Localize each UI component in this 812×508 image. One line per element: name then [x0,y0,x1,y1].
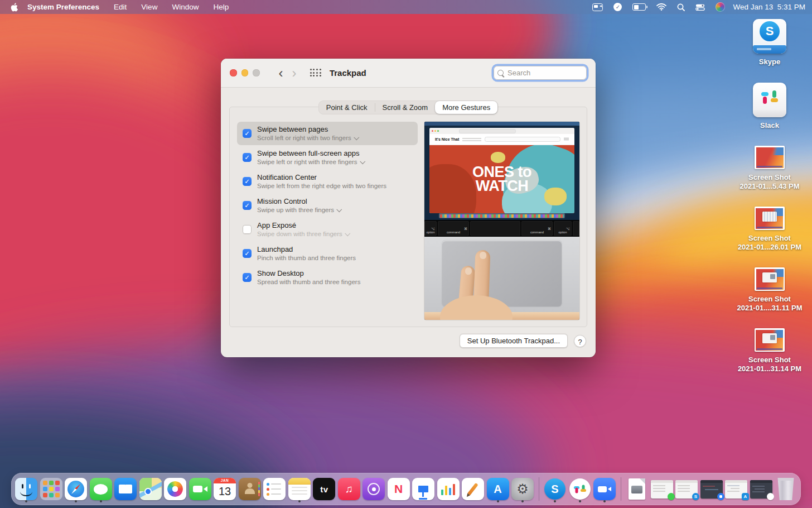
window-footer: Set Up Bluetooth Trackpad... ? [460,334,586,348]
desktop-icon-label: Skype [759,57,780,66]
wifi-icon[interactable] [656,3,666,11]
dock-icon-maps[interactable] [139,476,162,502]
minimize-button[interactable] [241,69,249,76]
gesture-title: Swipe between pages [257,124,358,134]
desktop-icon-screenshot-4[interactable]: Screen Shot2021-01...31.14 PM [738,328,801,373]
spotlight-icon[interactable] [677,3,685,11]
dock-icon-apple-tv[interactable]: tv [313,476,335,502]
checkbox-swipe-between-pages[interactable] [243,129,252,138]
document-icon [629,478,645,500]
desktop-icon-screenshot-2[interactable]: Screen Shot2021-01...26.01 PM [738,207,801,251]
dock-icon-messages[interactable] [90,476,112,502]
search-field[interactable] [494,66,587,80]
gesture-option-dropdown[interactable]: Swipe up with three fingers [257,206,341,214]
slack-badge-icon [767,493,774,500]
tab-scroll-and-zoom[interactable]: Scroll & Zoom [375,101,436,114]
dock-icon-system-preferences[interactable]: ⚙ [511,476,534,502]
gesture-option-dropdown[interactable]: Swipe down with three fingers [257,230,349,238]
desktop-icon-skype[interactable]: S Skype [753,19,786,66]
dock-icon-pages[interactable] [462,476,484,502]
menu-app-name[interactable]: System Preferences [27,3,99,11]
chevron-down-icon [360,159,365,164]
apple-menu-icon[interactable] [10,3,18,12]
gesture-description: Pinch with thumb and three fingers [257,254,356,262]
dock-icon-skype[interactable]: S [544,476,566,502]
menu-view[interactable]: View [141,3,157,11]
checkbox-mission-control[interactable] [243,201,252,210]
tab-more-gestures[interactable]: More Gestures [435,101,497,114]
desktop-icon-screenshot-1[interactable]: Screen Shot2021-01...5.43 PM [740,146,800,190]
demo-keyboard-row: ⌥option ⌘command ⌘command ⌥option [424,220,579,237]
gesture-row-mission-control[interactable]: Mission Control Swipe up with three fing… [237,194,418,217]
dock-minimized-messages-window[interactable] [651,476,673,502]
menu-edit[interactable]: Edit [114,3,127,11]
gesture-row-show-desktop[interactable]: Show Desktop Spread with thumb and three… [237,266,418,289]
dock-minimized-disk-image[interactable] [626,476,648,502]
dock-icon-reminders[interactable] [263,476,286,502]
checkbox-show-desktop[interactable] [243,273,252,282]
desktop-icon-label: Screen Shot2021-01....31.11 PM [737,295,802,312]
dock-icon-finder[interactable] [15,476,37,502]
gesture-title: Show Desktop [257,269,360,278]
dock-icon-zoom[interactable] [593,476,616,502]
key-option-left: ⌥option [424,221,437,236]
chevron-down-icon [337,207,342,212]
gesture-row-app-expose[interactable]: App Exposé Swipe down with three fingers [237,218,418,241]
desktop-icon-label: Screen Shot2021-01...5.43 PM [740,173,800,190]
dock-icon-podcasts[interactable] [362,476,385,502]
gesture-row-notification-center[interactable]: Notification Center Swipe left from the … [237,170,418,193]
setup-bluetooth-trackpad-button[interactable]: Set Up Bluetooth Trackpad... [460,334,568,348]
window-titlebar[interactable]: ‹ › Trackpad [221,59,596,88]
dock-divider [539,477,539,501]
dock-icon-safari[interactable] [65,476,87,502]
dock-icon-launchpad[interactable] [40,476,62,502]
dock-minimized-app-store-window[interactable]: A [725,476,747,502]
help-button[interactable]: ? [574,335,586,347]
checkbox-app-expose[interactable] [243,225,252,234]
dock-minimized-safari-window[interactable] [700,476,723,502]
gesture-row-launchpad[interactable]: Launchpad Pinch with thumb and three fin… [237,242,418,265]
desktop-icon-screenshot-3[interactable]: Screen Shot2021-01....31.11 PM [737,267,802,312]
desktop-icon-slack[interactable]: Slack [753,83,786,130]
demo-site-header: It's Nice That [429,134,574,145]
battery-icon[interactable] [632,3,646,11]
search-input[interactable] [506,68,583,78]
menu-window[interactable]: Window [172,3,199,11]
dock-minimized-slack-window[interactable] [750,476,772,502]
dock-icon-app-store[interactable]: A [487,476,509,502]
gesture-option-dropdown[interactable]: Scroll left or right with two fingers [257,134,358,142]
menu-help[interactable]: Help [213,3,229,11]
tab-point-and-click[interactable]: Point & Click [319,101,375,114]
dock-icon-numbers[interactable] [437,476,460,502]
dock-icon-slack[interactable] [569,476,591,502]
user-avatar-icon[interactable] [716,2,725,12]
checkbox-launchpad[interactable] [243,249,252,258]
menu-bar-clock[interactable]: Wed Jan 13 5:31 PM [733,3,805,11]
key-option-right: ⌥option [554,221,572,236]
dock-icon-trash[interactable] [775,476,797,502]
running-indicator [497,500,499,502]
slack-disk-image-icon [753,83,786,117]
gesture-option-dropdown[interactable]: Swipe left or right with three fingers [257,158,364,166]
dock-icon-contacts[interactable] [239,476,261,502]
dock-icon-calendar[interactable]: JAN13 [214,476,236,502]
dock-icon-mail[interactable] [114,476,137,502]
show-all-preferences-icon[interactable] [310,69,322,78]
dock-icon-music[interactable]: ♫ [338,476,360,502]
dock-icon-notes[interactable] [288,476,311,502]
dock-icon-photos[interactable] [164,476,186,502]
control-center-icon[interactable] [695,4,705,11]
dock-icon-news[interactable]: N [388,476,410,502]
gesture-row-swipe-fullscreen-apps[interactable]: Swipe between full-screen apps Swipe lef… [237,146,418,169]
gesture-row-swipe-between-pages[interactable]: Swipe between pages Scroll left or right… [237,122,418,145]
camera-status-icon[interactable] [592,3,603,11]
checkbox-swipe-fullscreen-apps[interactable] [243,153,252,162]
back-button[interactable]: ‹ [274,68,288,79]
demo-dock [439,213,565,218]
todo-check-status-icon[interactable]: ✓ [613,3,622,11]
close-button[interactable] [230,69,237,76]
dock-icon-keynote[interactable] [412,476,434,502]
checkbox-notification-center[interactable] [243,177,252,186]
dock-icon-facetime[interactable] [189,476,211,502]
dock-minimized-skype-window[interactable]: S [675,476,698,502]
